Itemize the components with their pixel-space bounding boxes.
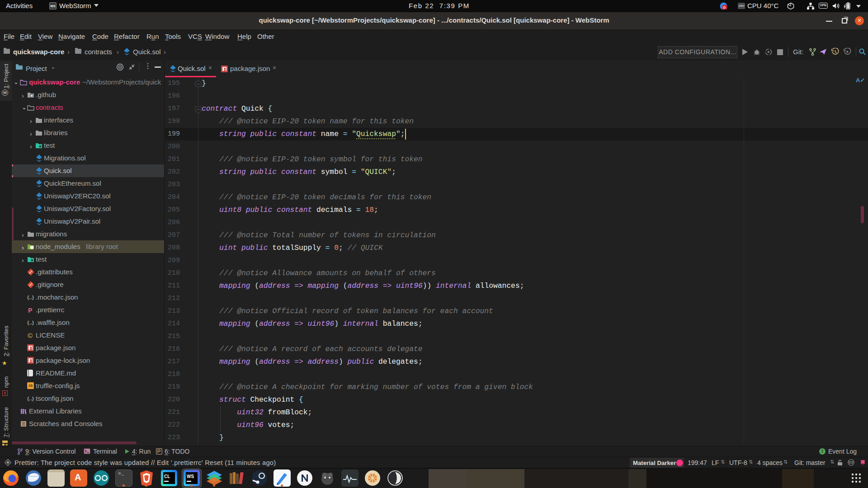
svg-text:WS: WS [187,474,194,479]
svg-text:D: D [723,6,726,9]
svg-text:CL: CL [164,474,170,479]
